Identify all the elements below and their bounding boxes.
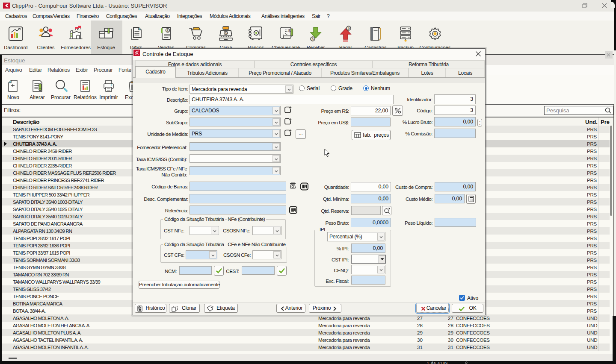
svg-text:$: $ [347,26,349,30]
svg-text:$: $ [288,29,290,33]
svg-text:$: $ [166,29,169,33]
svg-text:$: $ [311,37,314,41]
svg-text:$: $ [225,31,227,35]
